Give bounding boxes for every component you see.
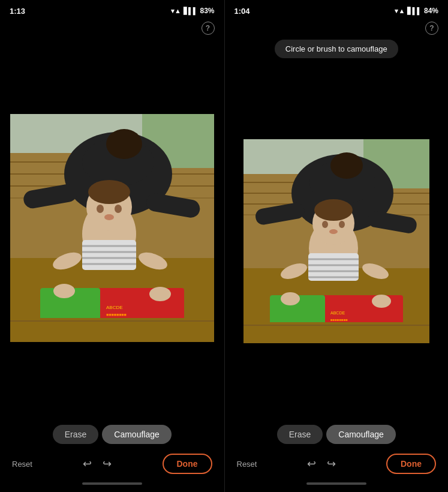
svg-point-11 [106, 129, 142, 159]
svg-point-35 [53, 284, 75, 298]
right-help-icon[interactable]: ? [425, 22, 438, 35]
left-help-icon[interactable]: ? [202, 22, 215, 35]
right-signal-icon: ▋▌▌ [407, 7, 422, 15]
right-home-indicator [306, 482, 366, 485]
svg-point-21 [104, 214, 114, 220]
svg-point-56 [322, 221, 328, 228]
right-tooltip-area: Circle or brush to camouflage [225, 37, 449, 63]
right-bottom-controls: Erase Camouflage Reset ↩ ↪ Done [225, 419, 449, 492]
right-status-right: ▾▲ ▋▌▌ 84% [395, 7, 438, 15]
right-phone-panel: 1:04 ▾▲ ▋▌▌ 84% ? Circle or brush to cam… [224, 0, 449, 492]
left-photo-svg: A OAK R [10, 114, 214, 342]
left-battery: 83% [200, 7, 214, 15]
svg-point-20 [115, 205, 122, 213]
left-wifi-icon: ▾▲ [171, 7, 181, 15]
left-image-area: A OAK R [0, 37, 224, 419]
right-photo-svg: A OAK R [243, 139, 429, 343]
left-status-bar: 1:13 ▾▲ ▋▌▌ 83% [0, 0, 224, 19]
svg-point-48 [330, 152, 363, 179]
right-undo-button[interactable]: ↩ [307, 457, 316, 470]
svg-text:ABCDE: ABCDE [106, 305, 123, 310]
right-status-left: 1:04 [234, 7, 250, 16]
left-bottom-controls: Erase Camouflage Reset ↩ ↪ Done [0, 419, 224, 492]
right-reset-button[interactable]: Reset [237, 460, 257, 469]
right-undo-icon: ↩ [307, 458, 316, 470]
right-status-bar: 1:04 ▾▲ ▋▌▌ 84% [225, 0, 449, 19]
left-action-row: Reset ↩ ↪ Done [0, 450, 224, 480]
left-phone-panel: 1:13 ▾▲ ▋▌▌ 83% ? [0, 0, 224, 492]
right-action-row: Reset ↩ ↪ Done [225, 450, 449, 480]
left-tab-row: Erase Camouflage [0, 425, 224, 444]
left-time: 1:13 [10, 7, 25, 16]
left-done-button[interactable]: Done [163, 454, 212, 474]
svg-point-57 [339, 221, 345, 228]
svg-rect-22 [82, 240, 136, 270]
right-photo-frame: A OAK R [243, 139, 429, 343]
right-image-area: A OAK R [225, 63, 449, 419]
right-battery: 84% [424, 7, 438, 15]
right-photo: A OAK R [243, 139, 429, 343]
left-status-right: ▾▲ ▋▌▌ 83% [171, 7, 215, 15]
left-undo-icon: ↩ [83, 458, 92, 470]
left-redo-button[interactable]: ↪ [103, 457, 112, 470]
right-tab-row: Erase Camouflage [225, 425, 449, 444]
svg-text:■■■■■■■■: ■■■■■■■■ [330, 318, 348, 322]
left-signal-icon: ▋▌▌ [184, 7, 198, 15]
right-redo-icon: ↪ [327, 458, 336, 470]
right-help-area: ? [225, 19, 449, 37]
left-status-left: 1:13 [10, 7, 25, 16]
left-redo-icon: ↪ [103, 458, 112, 470]
left-erase-tab[interactable]: Erase [53, 425, 99, 444]
svg-point-72 [281, 292, 300, 305]
svg-point-73 [372, 295, 391, 308]
right-icon-group: ↩ ↪ [307, 457, 336, 470]
left-help-area: ? [0, 19, 224, 37]
left-photo-frame: A OAK R [10, 114, 214, 342]
svg-text:ABCDE: ABCDE [330, 311, 345, 315]
right-wifi-icon: ▾▲ [395, 7, 405, 15]
left-undo-button[interactable]: ↩ [83, 457, 92, 470]
svg-point-36 [149, 287, 171, 301]
svg-point-19 [97, 205, 104, 213]
left-icon-group: ↩ ↪ [83, 457, 112, 470]
svg-text:■■■■■■■■: ■■■■■■■■ [106, 313, 127, 317]
right-erase-tab[interactable]: Erase [277, 425, 323, 444]
svg-point-58 [329, 229, 338, 234]
svg-point-18 [88, 180, 130, 204]
left-home-indicator [82, 482, 142, 485]
svg-point-55 [314, 199, 353, 221]
left-camouflage-tab[interactable]: Camouflage [102, 425, 172, 444]
right-done-button[interactable]: Done [386, 454, 436, 474]
right-camouflage-tab[interactable]: Camouflage [326, 425, 396, 444]
right-tooltip: Circle or brush to camouflage [275, 40, 398, 58]
left-photo: A OAK R [10, 114, 214, 342]
right-time: 1:04 [234, 7, 250, 16]
right-redo-button[interactable]: ↪ [327, 457, 336, 470]
left-reset-button[interactable]: Reset [12, 460, 32, 469]
